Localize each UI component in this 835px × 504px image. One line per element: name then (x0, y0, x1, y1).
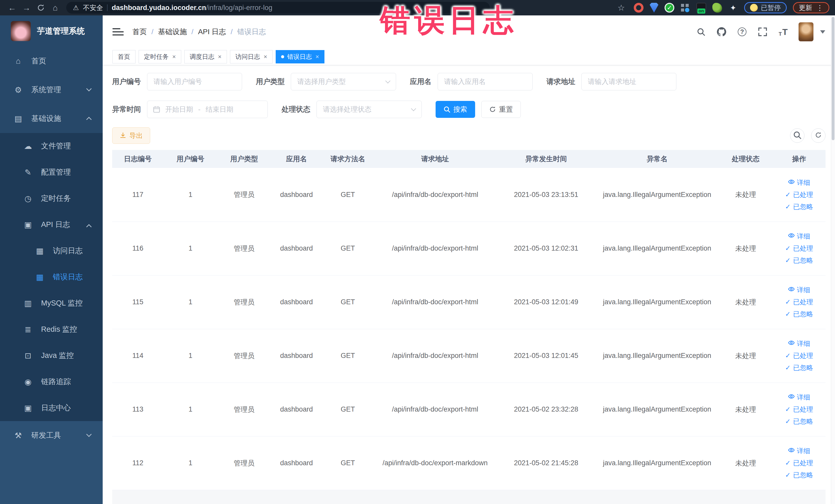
reload-icon[interactable] (34, 2, 47, 14)
security-label: 不安全 (83, 3, 103, 12)
scrollbar-thumb[interactable] (832, 17, 834, 140)
toggle-search-button[interactable] (790, 128, 805, 143)
sidebar-item[interactable]: ⚒ 研发工具 (0, 421, 103, 450)
sidebar-item-label: 文件管理 (41, 141, 71, 151)
app-name-input[interactable] (437, 73, 533, 90)
bookmark-star-icon[interactable]: ☆ (615, 2, 628, 14)
page-scrollbar[interactable] (831, 15, 835, 504)
ext-blue-shield-icon[interactable] (650, 3, 658, 13)
back-icon[interactable]: ← (6, 2, 19, 14)
address-bar[interactable]: ⚠ 不安全 dashboard.yudao.iocoder.cn/infra/l… (66, 2, 490, 14)
start-date-placeholder: 开始日期 (165, 105, 193, 114)
detail-action-link[interactable]: 详细 (788, 339, 810, 348)
cell-app-name: dashboard (271, 383, 322, 436)
font-size-icon[interactable]: TT (778, 27, 788, 37)
mark-processed-action-link[interactable]: ✓ 已处理 (785, 190, 813, 199)
mark-ignored-action-link[interactable]: ✓ 已忽略 (785, 471, 813, 480)
help-icon[interactable]: ? (737, 27, 747, 37)
chevron-down-icon[interactable] (820, 30, 825, 34)
sidebar-item[interactable]: ▤ 基础设施 (0, 104, 103, 133)
sidebar-item[interactable]: ☁ 文件管理 (0, 133, 103, 159)
sidebar-item[interactable]: ≣ Redis 监控 (0, 316, 103, 343)
tag-view-tab[interactable]: 错误日志 × (276, 50, 324, 63)
mark-processed-action-link[interactable]: ✓ 已处理 (785, 405, 813, 414)
home-icon[interactable]: ⌂ (49, 2, 62, 14)
ext-puzzle-icon[interactable]: ✦ (728, 3, 738, 13)
avatar[interactable] (798, 22, 813, 41)
sidebar-item[interactable]: ⚙ 系统管理 (0, 76, 103, 104)
tag-view-tab[interactable]: 访问日志 × (230, 50, 272, 63)
sidebar-item[interactable]: ◷ 定时任务 (0, 185, 103, 211)
ext-green-check-icon[interactable]: ✓ (665, 3, 674, 13)
breadcrumb-item[interactable]: 首页 (133, 27, 158, 37)
github-icon[interactable] (716, 27, 727, 37)
browser-menu-dots-icon[interactable]: ⋮ (816, 4, 823, 12)
cell-request-url: /api/infra/db-doc/export-markdown (373, 436, 497, 490)
close-icon[interactable]: × (218, 53, 222, 60)
ext-orange-ring-icon[interactable] (634, 3, 644, 13)
cell-exception-time: 2021-05-03 12:01:45 (497, 329, 595, 383)
sidebar-item[interactable]: ▦ 访问日志 (0, 238, 103, 264)
breadcrumb-item[interactable]: 错误日志 (237, 27, 266, 37)
user-type-select[interactable]: 请选择用户类型 (291, 73, 396, 90)
mark-ignored-action-link[interactable]: ✓ 已忽略 (785, 310, 813, 319)
breadcrumb-item[interactable]: 基础设施 (158, 27, 198, 37)
close-icon[interactable]: × (315, 53, 319, 60)
close-icon[interactable]: × (264, 53, 267, 60)
sidebar-item[interactable]: ✎ 配置管理 (0, 159, 103, 185)
refresh-table-button[interactable] (811, 128, 826, 143)
row-actions: 详细 ✓ 已处理 ✓ 已忽略 (773, 446, 826, 480)
trace-icon: ◉ (22, 377, 34, 387)
user-id-input[interactable] (147, 73, 242, 90)
tag-view-tab[interactable]: 首页 × (113, 50, 136, 63)
ext-grid-apps-icon[interactable] (680, 3, 690, 13)
mark-processed-action-link[interactable]: ✓ 已处理 (785, 351, 813, 360)
close-icon[interactable]: × (172, 53, 176, 60)
sidebar-item[interactable]: ◉ 链路追踪 (0, 369, 103, 395)
mark-ignored-action-link[interactable]: ✓ 已忽略 (785, 417, 813, 426)
mark-processed-action-link[interactable]: ✓ 已处理 (785, 298, 813, 306)
sidebar-item[interactable]: ▣ API 日志 (0, 211, 103, 238)
row-actions: 详细 ✓ 已处理 ✓ 已忽略 (773, 393, 826, 426)
search-icon[interactable] (696, 27, 706, 37)
tag-view-tab[interactable]: 定时任务 × (139, 50, 181, 63)
ext-dark-on-icon[interactable]: on (696, 3, 706, 13)
app-name-label: 应用名 (410, 77, 431, 86)
mark-processed-action-link[interactable]: ✓ 已处理 (785, 244, 813, 253)
search-button[interactable]: 搜索 (435, 101, 475, 118)
column-header: 应用名 (271, 150, 322, 168)
export-button[interactable]: 导出 (112, 127, 150, 144)
detail-action-link[interactable]: 详细 (788, 285, 810, 295)
paused-extension-pill[interactable]: 已暂停 (744, 2, 787, 13)
exception-time-range-picker[interactable]: 开始日期 - 结束日期 (147, 101, 268, 118)
sidebar-logo-row[interactable]: 芋道管理系统 (0, 15, 103, 47)
fullscreen-icon[interactable] (757, 27, 768, 37)
sidebar-item-label: 研发工具 (31, 430, 61, 441)
breadcrumb-item[interactable]: API 日志 (198, 27, 238, 37)
mark-ignored-action-link[interactable]: ✓ 已忽略 (785, 256, 813, 265)
sidebar-item[interactable]: ⌂ 首页 (0, 47, 103, 76)
forward-icon[interactable]: → (20, 2, 33, 14)
sidebar-item[interactable]: ▦ 错误日志 (0, 264, 103, 290)
detail-action-link[interactable]: 详细 (788, 178, 810, 187)
mark-ignored-action-link[interactable]: ✓ 已忽略 (785, 202, 813, 211)
mark-ignored-action-link[interactable]: ✓ 已忽略 (785, 363, 813, 372)
detail-action-link[interactable]: 详细 (788, 393, 810, 402)
sidebar-collapse-icon[interactable] (113, 27, 124, 37)
mark-processed-action-link[interactable]: ✓ 已处理 (785, 459, 813, 467)
chevron-icon (86, 117, 91, 122)
ext-green-leaf-icon[interactable] (712, 3, 722, 13)
process-status-select[interactable]: 请选择处理状态 (317, 101, 422, 118)
tag-view-tab[interactable]: 调度日志 × (184, 50, 227, 63)
detail-action-link[interactable]: 详细 (788, 446, 810, 456)
sidebar-item[interactable]: ▣ 日志中心 (0, 395, 103, 421)
request-url-input[interactable] (582, 73, 676, 90)
update-button[interactable]: 更新 ⋮ (793, 2, 829, 13)
reset-button[interactable]: 重置 (481, 101, 521, 118)
sidebar-item[interactable]: ▥ MySQL 监控 (0, 290, 103, 316)
table-row: 115 1 管理员 dashboard GET /api/infra/db-do… (112, 275, 826, 329)
cell-method: GET (322, 329, 373, 383)
sidebar-item[interactable]: ⊡ Java 监控 (0, 343, 103, 369)
cell-user-id: 1 (163, 275, 218, 329)
detail-action-link[interactable]: 详细 (788, 232, 810, 241)
